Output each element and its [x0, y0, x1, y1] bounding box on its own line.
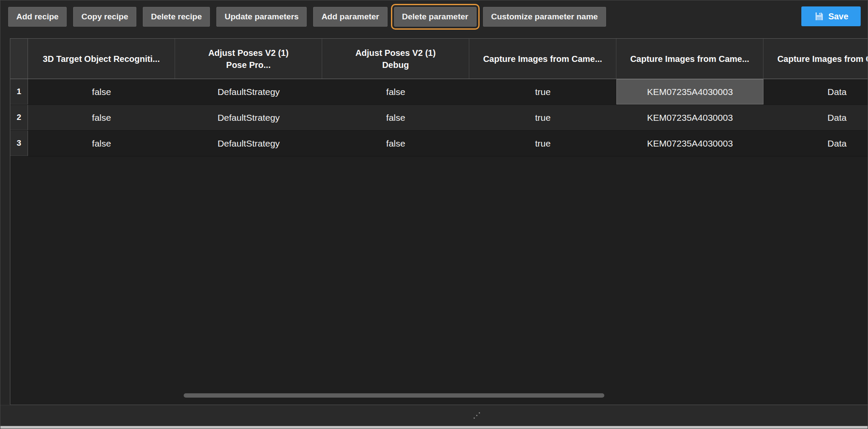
column-header-adjust-poses-v2-debug[interactable]: Adjust Poses V2 (1) Debug: [322, 39, 469, 79]
table-cell[interactable]: DefaultStrategy: [175, 131, 322, 156]
row-number[interactable]: 2: [10, 105, 28, 130]
update-parameters-button[interactable]: Update parameters: [216, 7, 307, 27]
row-number[interactable]: 3: [10, 131, 28, 156]
window-bottom-edge: [0, 426, 868, 429]
save-button-label: Save: [828, 12, 849, 21]
table-cell[interactable]: false: [322, 105, 469, 130]
resize-grip-icon[interactable]: [474, 412, 481, 420]
table-row: 1 false DefaultStrategy false true KEM07…: [10, 79, 868, 105]
table-header-row: 3D Target Object Recogniti... Adjust Pos…: [10, 39, 868, 79]
column-header-capture-images-2[interactable]: Capture Images from Came...: [616, 39, 763, 79]
table-cell[interactable]: Data: [763, 79, 868, 104]
app-window: { "toolbar": { "items": [ { "label": "Ad…: [0, 0, 868, 429]
delete-recipe-button[interactable]: Delete recipe: [143, 7, 210, 27]
table-cell[interactable]: false: [28, 105, 175, 130]
table-cell[interactable]: KEM07235A4030003: [616, 131, 763, 156]
table-cell[interactable]: false: [322, 79, 469, 104]
table-cell[interactable]: DefaultStrategy: [175, 79, 322, 104]
horizontal-scrollbar-thumb[interactable]: [184, 393, 604, 398]
column-header-label: Pose Pro...: [226, 59, 271, 71]
column-header-label: 3D Target Object Recogniti...: [43, 53, 160, 65]
copy-recipe-button[interactable]: Copy recipe: [73, 7, 136, 27]
column-header-3d-target-object-recognition[interactable]: 3D Target Object Recogniti...: [28, 39, 175, 79]
table-cell[interactable]: false: [322, 131, 469, 156]
table-cell[interactable]: false: [28, 131, 175, 156]
table-cell[interactable]: true: [469, 131, 616, 156]
column-header-label: Adjust Poses V2 (1): [208, 47, 289, 59]
column-header-label: Capture Images from Came...: [483, 53, 602, 65]
table-row: 3 false DefaultStrategy false true KEM07…: [10, 131, 868, 156]
column-header-capture-images-3[interactable]: Capture Images from Came...: [763, 39, 868, 79]
column-header-capture-images-1[interactable]: Capture Images from Came...: [469, 39, 616, 79]
column-header-label: Debug: [382, 59, 409, 71]
save-icon: [814, 11, 824, 21]
save-button[interactable]: Save: [801, 6, 861, 26]
table-cell[interactable]: Data: [763, 131, 868, 156]
table-corner-cell[interactable]: [10, 39, 28, 79]
table-cell[interactable]: DefaultStrategy: [175, 105, 322, 130]
parameter-table: 3D Target Object Recogniti... Adjust Pos…: [10, 38, 868, 405]
column-header-label: Capture Images from Came...: [630, 53, 749, 65]
table-cell[interactable]: KEM07235A4030003: [616, 105, 763, 130]
row-number[interactable]: 1: [10, 79, 28, 104]
column-header-label: Adjust Poses V2 (1): [355, 47, 436, 59]
table-row: 2 false DefaultStrategy false true KEM07…: [10, 105, 868, 131]
table-empty-area: [10, 156, 868, 404]
selected-cell[interactable]: KEM07235A4030003: [616, 79, 763, 104]
table-cell[interactable]: true: [469, 105, 616, 130]
footer-bar: [0, 405, 868, 426]
column-header-label: Capture Images from Came...: [777, 53, 868, 65]
table-cell[interactable]: true: [469, 79, 616, 104]
add-recipe-button[interactable]: Add recipe: [8, 7, 67, 27]
toolbar: Add recipe Copy recipe Delete recipe Upd…: [8, 6, 794, 27]
add-parameter-button[interactable]: Add parameter: [313, 7, 387, 27]
table-cell[interactable]: Data: [763, 105, 868, 130]
column-header-adjust-poses-v2-pose-pro[interactable]: Adjust Poses V2 (1) Pose Pro...: [175, 39, 322, 79]
delete-parameter-button[interactable]: Delete parameter: [394, 7, 477, 27]
table-cell[interactable]: false: [28, 79, 175, 104]
customize-parameter-name-button[interactable]: Customize parameter name: [483, 7, 606, 27]
